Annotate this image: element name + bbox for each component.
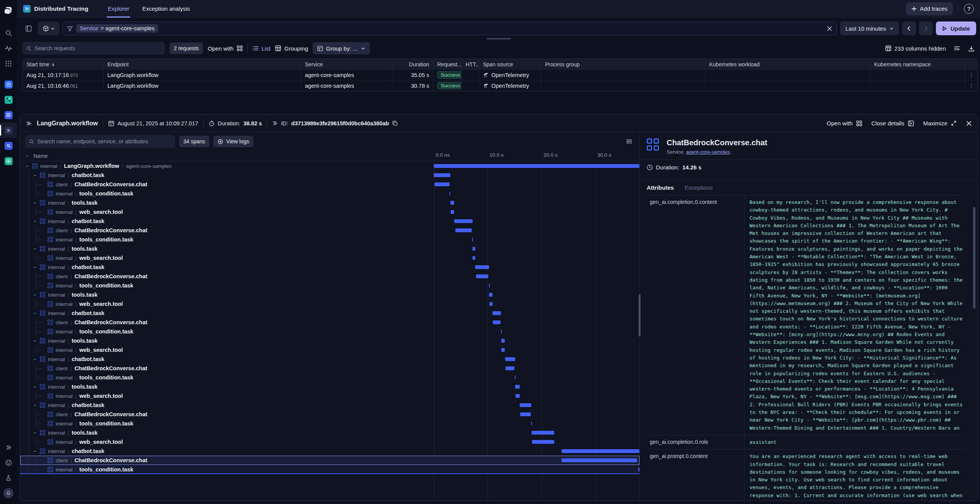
collapse-toggle[interactable]: − bbox=[33, 310, 40, 316]
span-bar[interactable] bbox=[531, 422, 532, 425]
span-row[interactable]: − internal|chatbot.task bbox=[20, 171, 639, 180]
tab-explorer[interactable]: Explorer bbox=[101, 0, 136, 18]
span-row[interactable]: − internal|chatbot.task bbox=[20, 217, 639, 226]
span-row[interactable]: client|ChatBedrockConverse.chat bbox=[20, 226, 639, 235]
span-bar[interactable] bbox=[434, 173, 450, 177]
app-clouds[interactable] bbox=[0, 92, 17, 107]
col-http[interactable]: HTT... bbox=[461, 59, 479, 69]
span-bar[interactable] bbox=[473, 256, 475, 260]
span-row[interactable]: − internal|chatbot.task bbox=[20, 263, 639, 272]
group-by-selector[interactable]: Group by: ... bbox=[313, 42, 370, 54]
collapse-toggle[interactable]: − bbox=[33, 430, 40, 436]
time-range-selector[interactable]: Last 10 minutes bbox=[840, 21, 899, 35]
span-row[interactable]: internal|tools_condition.task bbox=[20, 189, 639, 198]
scope-selector[interactable] bbox=[38, 21, 59, 35]
span-bar[interactable] bbox=[492, 311, 501, 315]
span-bar[interactable] bbox=[532, 440, 554, 444]
col-endpoint[interactable]: Endpoint bbox=[103, 59, 301, 69]
span-bar[interactable] bbox=[473, 247, 476, 251]
span-row[interactable]: internal|tools_condition.task bbox=[20, 419, 639, 428]
span-row[interactable]: client|ChatBedrockConverse.chat bbox=[20, 180, 639, 189]
span-row[interactable]: − internal|tools.task bbox=[20, 244, 639, 253]
restore-columns-icon[interactable] bbox=[954, 45, 960, 52]
collapse-toggle[interactable]: − bbox=[33, 200, 40, 206]
collapse-toggle[interactable]: − bbox=[33, 402, 40, 408]
span-row[interactable]: − internal|chatbot.task bbox=[20, 401, 639, 410]
collapse-all-toggle[interactable]: − bbox=[26, 153, 29, 159]
span-bar[interactable] bbox=[515, 376, 516, 379]
feedback-icon[interactable] bbox=[0, 455, 17, 470]
span-row[interactable]: internal|tools_condition.task bbox=[20, 327, 639, 336]
close-details-button[interactable]: Close details bbox=[871, 120, 914, 126]
span-bar[interactable] bbox=[505, 357, 515, 361]
span-row[interactable]: − internal|chatbot.task bbox=[20, 309, 639, 318]
filter-chip[interactable]: Service= agent-core-samples bbox=[76, 24, 158, 33]
search-spans-input[interactable] bbox=[25, 135, 175, 148]
time-back-button[interactable] bbox=[902, 21, 916, 35]
collapse-toggle[interactable]: − bbox=[33, 292, 40, 298]
tab-attributes[interactable]: Attributes bbox=[647, 184, 674, 191]
span-row[interactable]: − internal|tools.task bbox=[20, 336, 639, 345]
row-menu-button[interactable]: ⋮ bbox=[965, 80, 977, 91]
collapse-toggle[interactable]: − bbox=[26, 163, 32, 169]
tab-exceptions[interactable]: Exceptions bbox=[685, 184, 713, 191]
columns-hidden-button[interactable]: 233 columns hidden bbox=[885, 45, 946, 52]
view-logs-button[interactable]: View logs bbox=[213, 136, 254, 147]
col-process-group[interactable]: Process group bbox=[541, 59, 705, 69]
col-service[interactable]: Service bbox=[301, 59, 393, 69]
span-row[interactable]: internal|tools_condition.task bbox=[20, 465, 639, 474]
span-row[interactable]: internal|tools_condition.task bbox=[20, 281, 639, 290]
app-distributed-tracing-active[interactable] bbox=[0, 123, 17, 138]
maximize-button[interactable]: Maximize bbox=[923, 120, 957, 126]
col-duration[interactable]: Duration bbox=[393, 59, 433, 69]
span-bar[interactable] bbox=[520, 403, 531, 407]
app-kubernetes[interactable] bbox=[0, 77, 17, 92]
add-traces-button[interactable]: Add traces bbox=[906, 2, 953, 15]
attribute-row[interactable]: gen_ai.completion.0.role assistant bbox=[649, 435, 964, 450]
span-row[interactable]: internal|web_search.tool bbox=[20, 253, 639, 263]
span-row[interactable]: internal|tools_condition.task bbox=[20, 235, 639, 244]
span-bar[interactable] bbox=[455, 228, 472, 232]
user-avatar[interactable]: G bbox=[0, 486, 17, 501]
collapse-toggle[interactable]: − bbox=[33, 264, 40, 270]
expand-rail-icon[interactable] bbox=[0, 440, 17, 455]
clear-filter-icon[interactable] bbox=[827, 26, 832, 31]
span-row[interactable]: − internal|tools.task bbox=[20, 290, 639, 299]
collapse-toggle[interactable]: − bbox=[33, 448, 40, 454]
tab-exception-analysis[interactable]: Exception analysis bbox=[136, 0, 196, 18]
search-requests-input[interactable] bbox=[22, 42, 165, 55]
span-bar[interactable] bbox=[532, 431, 554, 435]
span-row[interactable]: − internal|tools.task bbox=[20, 428, 639, 437]
collapse-toggle[interactable]: − bbox=[33, 384, 40, 390]
collapse-toggle[interactable]: − bbox=[33, 356, 40, 362]
attribute-row[interactable]: gen_ai.prompt.0.content You are an exper… bbox=[649, 450, 964, 501]
span-bar[interactable] bbox=[501, 339, 505, 343]
span-bar[interactable] bbox=[434, 164, 639, 168]
span-bar[interactable] bbox=[454, 219, 473, 223]
span-row[interactable]: client|ChatBedrockConverse.chat bbox=[20, 272, 639, 281]
span-bar[interactable] bbox=[501, 348, 505, 352]
current-app[interactable]: Distributed Tracing bbox=[23, 5, 88, 13]
col-k8s-namespace[interactable]: Kubernetes namespace bbox=[870, 59, 965, 69]
span-bar[interactable] bbox=[638, 468, 639, 471]
span-row[interactable]: client|ChatBedrockConverse.chat bbox=[20, 410, 639, 419]
labs-icon[interactable] bbox=[0, 470, 17, 486]
view-grouping-button[interactable]: Grouping bbox=[275, 45, 308, 52]
time-forward-button[interactable] bbox=[919, 21, 933, 35]
sidebar-apps-grid-icon[interactable] bbox=[0, 56, 17, 71]
col-request[interactable]: Request... bbox=[433, 59, 461, 69]
span-bar[interactable] bbox=[489, 302, 492, 306]
span-bar[interactable] bbox=[516, 394, 519, 398]
span-bar[interactable] bbox=[472, 238, 473, 241]
panel-resize-handle[interactable] bbox=[639, 294, 641, 337]
span-row[interactable]: internal|web_search.tool bbox=[20, 207, 639, 217]
span-bar[interactable] bbox=[506, 366, 514, 370]
resize-handle[interactable] bbox=[486, 38, 511, 39]
span-bar[interactable] bbox=[501, 330, 502, 333]
col-k8s-workload[interactable]: Kubernetes workload bbox=[705, 59, 870, 69]
span-row[interactable]: client|ChatBedrockConverse.chat bbox=[20, 318, 639, 327]
col-start-time[interactable]: Start time bbox=[23, 59, 103, 69]
copy-icon[interactable] bbox=[392, 120, 398, 126]
span-bar[interactable] bbox=[562, 449, 639, 453]
col-span-source[interactable]: Span source bbox=[479, 59, 541, 69]
